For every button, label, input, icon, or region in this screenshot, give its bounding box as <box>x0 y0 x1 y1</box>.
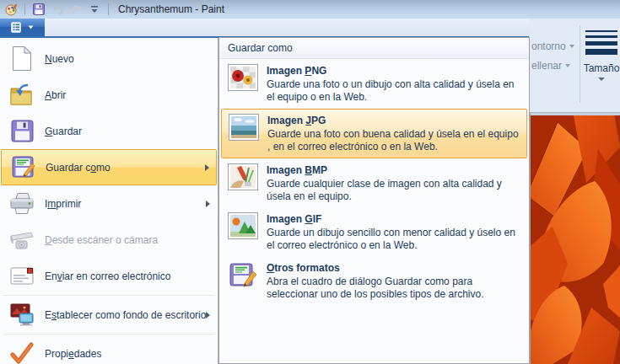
menu-item-desde-escaner: Desde escáner o cámara <box>1 222 217 258</box>
save-quick-icon[interactable] <box>31 2 46 17</box>
rellenar-button[interactable]: ellenar <box>531 60 570 72</box>
menu-item-guardar-como[interactable]: Guardar como <box>1 149 217 185</box>
bmp-thumbnail-icon <box>228 163 258 190</box>
jpg-thumbnail-icon <box>229 114 259 141</box>
chrysanthemum-photo <box>531 115 620 364</box>
submenu-item-title: Imagen BMP <box>267 164 520 176</box>
png-thumbnail-icon <box>228 64 258 91</box>
menu-item-guardar[interactable]: Guardar <box>1 113 217 149</box>
menu-item-fondo-escritorio[interactable]: Establecer como fondo de escritorio <box>1 297 217 333</box>
menu-bar <box>0 19 620 38</box>
checkmark-icon <box>8 342 36 364</box>
guardar-como-submenu: Guardar como Imagen PNG Guarde una foto … <box>218 37 530 364</box>
chevron-down-icon <box>28 25 34 29</box>
file-menu-button[interactable] <box>0 19 45 36</box>
open-folder-icon <box>8 83 36 107</box>
submenu-item-jpg[interactable]: Imagen JPG Guarde una foto con buena cal… <box>221 109 527 158</box>
customize-toolbar-icon[interactable] <box>87 2 102 17</box>
submenu-item-description: Guarde un dibujo sencillo con menor cali… <box>267 227 520 252</box>
submenu-arrow-icon <box>206 312 210 318</box>
submenu-item-gif[interactable]: Imagen GIF Guarde un dibujo sencillo con… <box>221 208 527 256</box>
other-formats-icon <box>228 261 258 288</box>
file-list-icon <box>11 22 24 33</box>
menu-item-label: Propiedades <box>45 348 101 360</box>
size-button-label: Tamaño <box>584 62 620 74</box>
submenu-item-description: Abra el cuadro de diálogo Guardar como p… <box>267 276 520 301</box>
email-icon <box>8 267 36 285</box>
submenu-item-title: Imagen GIF <box>267 213 520 225</box>
submenu-item-otros-formatos[interactable]: Otros formatos Abra el cuadro de diálogo… <box>221 257 527 305</box>
submenu-item-png[interactable]: Imagen PNG Guarde una foto o un dibujo c… <box>221 60 527 108</box>
menu-separator <box>3 334 214 335</box>
printer-icon <box>8 192 36 215</box>
submenu-item-bmp[interactable]: Imagen BMP Guarde cualquier clase de ima… <box>221 159 527 207</box>
undo-icon[interactable] <box>50 2 65 17</box>
chevron-down-icon <box>569 45 574 48</box>
menu-item-label: Imprimir <box>45 198 81 210</box>
ribbon-fragment: ontorno ellenar Tamaño <box>529 19 620 113</box>
save-as-icon <box>8 156 37 179</box>
menu-item-label: Enviar en correo electrónico <box>45 270 170 282</box>
line-weight-icon <box>585 30 617 55</box>
submenu-item-description: Guarde cualquier clase de imagen con alt… <box>267 178 520 203</box>
submenu-item-title: Imagen PNG <box>267 65 520 77</box>
gif-thumbnail-icon <box>228 212 258 239</box>
menu-item-abrir[interactable]: Abrir <box>1 77 217 113</box>
menu-separator <box>3 295 214 296</box>
paint-app-icon[interactable] <box>3 2 19 17</box>
canvas[interactable] <box>529 113 620 364</box>
chevron-down-icon <box>598 78 605 81</box>
submenu-header: Guardar como <box>219 38 529 59</box>
submenu-item-title: Imagen JPG <box>267 115 520 126</box>
title-bar: Chrysanthemum - Paint <box>0 0 620 19</box>
toolbar-separator <box>108 3 109 15</box>
right-area: ontorno ellenar Tamaño <box>529 19 620 364</box>
menu-item-propiedades[interactable]: Propiedades <box>1 335 217 364</box>
menu-item-label: Abrir <box>45 89 66 101</box>
menu-item-label: Desde escáner o cámara <box>45 234 158 246</box>
chevron-down-icon <box>565 64 570 67</box>
menu-item-label: Establecer como fondo de escritorio <box>45 309 206 321</box>
desktop-background-icon <box>8 303 36 326</box>
paint-window: Chrysanthemum - Paint ontorno ellenar Ta… <box>0 0 620 364</box>
submenu-arrow-icon <box>205 164 209 171</box>
menu-item-enviar-correo[interactable]: Enviar en correo electrónico <box>1 258 217 294</box>
save-icon <box>8 120 36 142</box>
file-menu-panel: Nuevo Abrir Guardar <box>0 38 218 364</box>
new-document-icon <box>8 46 36 72</box>
menu-item-nuevo[interactable]: Nuevo <box>1 40 217 77</box>
menu-item-imprimir[interactable]: Imprimir <box>1 185 217 222</box>
menu-item-label: Nuevo <box>45 53 74 65</box>
scanner-camera-icon <box>8 229 36 251</box>
submenu-item-title: Otros formatos <box>267 262 520 274</box>
ribbon-group-separator <box>580 25 580 103</box>
menu-item-label: Guardar como <box>46 162 111 174</box>
redo-icon[interactable] <box>68 2 84 17</box>
size-button[interactable]: Tamaño <box>583 27 620 108</box>
submenu-arrow-icon <box>206 201 210 207</box>
toolbar-separator <box>24 3 25 15</box>
quick-access-toolbar <box>3 2 111 17</box>
window-title: Chrysanthemum - Paint <box>118 3 224 15</box>
submenu-item-description: Guarde una foto con buena calidad y úsel… <box>267 128 520 153</box>
submenu-item-description: Guarde una foto o un dibujo con alta cal… <box>267 78 520 104</box>
contorno-button[interactable]: ontorno <box>531 40 574 52</box>
menu-item-label: Guardar <box>45 126 82 137</box>
